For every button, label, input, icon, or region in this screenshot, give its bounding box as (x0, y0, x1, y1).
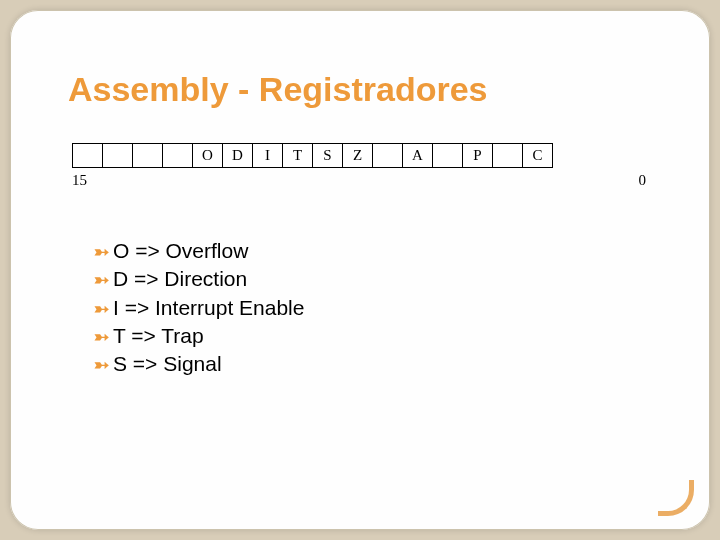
flag-cell (103, 144, 133, 168)
bullet-icon: ➳ (94, 297, 109, 321)
bullet-list: ➳ O => Overflow ➳ D => Direction ➳ I => … (94, 237, 652, 379)
flag-table: O D I T S Z A P C (72, 143, 553, 168)
bullet-icon: ➳ (94, 268, 109, 292)
bit-index-labels: 15 0 (72, 172, 652, 189)
flag-cell (163, 144, 193, 168)
list-item: ➳ O => Overflow (94, 237, 652, 265)
flag-cell: T (283, 144, 313, 168)
bullet-text: O => Overflow (113, 237, 248, 265)
bullet-text: D => Direction (113, 265, 247, 293)
flag-cell: P (463, 144, 493, 168)
flag-cell (493, 144, 523, 168)
flag-register-diagram: O D I T S Z A P C 15 0 (72, 143, 652, 189)
flag-cell: O (193, 144, 223, 168)
list-item: ➳ D => Direction (94, 265, 652, 293)
flag-cell: I (253, 144, 283, 168)
flag-cell (433, 144, 463, 168)
slide-title: Assembly - Registradores (68, 70, 652, 109)
slide-card: Assembly - Registradores O D I T S Z A P… (10, 10, 710, 530)
bullet-icon: ➳ (94, 240, 109, 264)
list-item: ➳ I => Interrupt Enable (94, 294, 652, 322)
flag-cell: D (223, 144, 253, 168)
flag-cell: A (403, 144, 433, 168)
bullet-text: I => Interrupt Enable (113, 294, 304, 322)
flag-cell (133, 144, 163, 168)
flag-cell: C (523, 144, 553, 168)
bullet-icon: ➳ (94, 353, 109, 377)
list-item: ➳ S => Signal (94, 350, 652, 378)
flag-cell (73, 144, 103, 168)
bullet-icon: ➳ (94, 325, 109, 349)
list-item: ➳ T => Trap (94, 322, 652, 350)
corner-accent-decoration (658, 480, 694, 516)
bit-label-high: 15 (72, 172, 87, 189)
flag-cell (373, 144, 403, 168)
bullet-text: T => Trap (113, 322, 204, 350)
flag-cell: Z (343, 144, 373, 168)
bullet-text: S => Signal (113, 350, 222, 378)
flag-cell: S (313, 144, 343, 168)
bit-label-low: 0 (639, 172, 647, 189)
